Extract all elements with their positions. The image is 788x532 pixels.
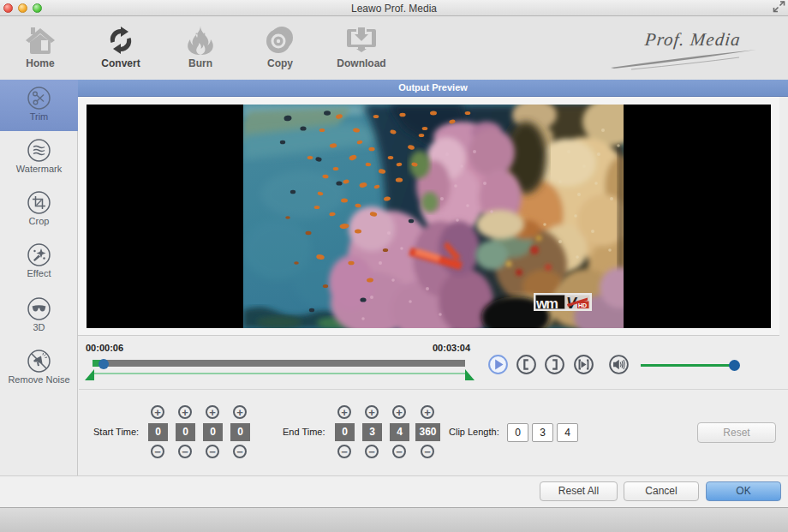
svg-text:wm: wm: [535, 296, 558, 311]
svg-text:HD: HD: [578, 302, 587, 308]
